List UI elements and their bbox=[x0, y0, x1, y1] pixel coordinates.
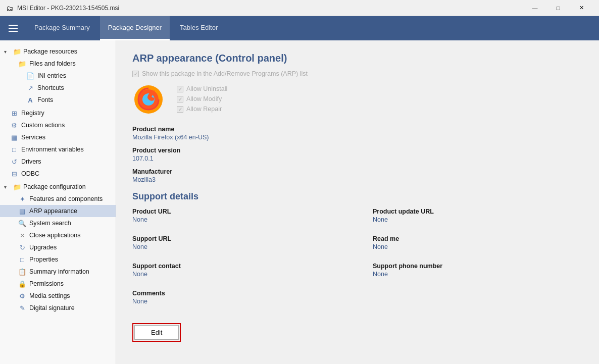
folder-icon: 📁 bbox=[13, 47, 21, 56]
sidebar-item-system-search[interactable]: 🔍 System search bbox=[0, 217, 116, 229]
product-name-section: Product name Mozilla Firefox (x64 en-US) bbox=[132, 126, 583, 141]
close-button[interactable]: ✕ bbox=[570, 0, 593, 16]
product-url-label: Product URL bbox=[132, 208, 342, 215]
sidebar-item-permissions[interactable]: 🔒 Permissions bbox=[0, 278, 116, 290]
main-layout: ▾ 📁 Package resources 📁 Files and folder… bbox=[0, 40, 599, 364]
sidebar-item-custom-actions[interactable]: ⚙ Custom actions bbox=[0, 119, 116, 131]
arp-icon: ▤ bbox=[18, 207, 26, 215]
fonts-icon: A bbox=[26, 96, 34, 104]
hamburger-menu[interactable] bbox=[4, 19, 22, 37]
product-version-section: Product version 107.0.1 bbox=[132, 147, 583, 162]
manufacturer-label: Manufacturer bbox=[132, 168, 583, 175]
sidebar-item-shortcuts[interactable]: ↗ Shortcuts bbox=[0, 82, 116, 94]
sidebar: ▾ 📁 Package resources 📁 Files and folder… bbox=[0, 40, 116, 364]
product-version-label: Product version bbox=[132, 147, 583, 154]
manufacturer-section: Manufacturer Mozilla3 bbox=[132, 168, 583, 183]
product-name-value: Mozilla Firefox (x64 en-US) bbox=[132, 134, 583, 141]
product-url-value: None bbox=[132, 216, 342, 223]
drivers-icon: ↺ bbox=[10, 158, 18, 166]
ini-icon: 📄 bbox=[26, 72, 34, 80]
product-name-label: Product name bbox=[132, 126, 583, 133]
allow-repair-checkbox: ✓ bbox=[177, 106, 183, 113]
support-details-title: Support details bbox=[132, 191, 583, 202]
window-controls: — □ ✕ bbox=[523, 0, 593, 16]
comments-value: None bbox=[132, 298, 342, 305]
support-contact-section: Support contact None bbox=[132, 263, 342, 278]
sidebar-section-package-configuration: ▾ 📁 Package configuration ✦ Features and… bbox=[0, 181, 116, 314]
comments-label: Comments bbox=[132, 290, 342, 297]
sidebar-item-summary-information[interactable]: 📋 Summary information bbox=[0, 266, 116, 278]
edit-button[interactable]: Edit bbox=[134, 325, 179, 340]
sidebar-item-upgrades[interactable]: ↻ Upgrades bbox=[0, 241, 116, 253]
features-icon: ✦ bbox=[18, 195, 26, 203]
show-package-row: ✓ Show this package in the Add/Remove Pr… bbox=[132, 70, 583, 77]
support-contact-value: None bbox=[132, 271, 342, 278]
tab-tables-editor[interactable]: Tables Editor bbox=[172, 16, 226, 40]
search-icon: 🔍 bbox=[18, 219, 26, 227]
read-me-section: Read me None bbox=[373, 235, 583, 250]
maximize-button[interactable]: □ bbox=[546, 0, 570, 16]
allow-uninstall-checkbox: ✓ bbox=[177, 86, 183, 92]
manufacturer-value: Mozilla3 bbox=[132, 176, 583, 183]
minimize-button[interactable]: — bbox=[523, 0, 546, 16]
tab-package-designer[interactable]: Package Designer bbox=[100, 16, 170, 40]
support-phone-value: None bbox=[373, 271, 583, 278]
sidebar-item-media-settings[interactable]: ⚙ Media settings bbox=[0, 290, 116, 302]
permissions-icon: 🔒 bbox=[18, 280, 26, 288]
sidebar-section-package-resources: ▾ 📁 Package resources 📁 Files and folder… bbox=[0, 45, 116, 106]
sidebar-item-services[interactable]: ▦ Services bbox=[0, 131, 116, 143]
sidebar-item-env-variables[interactable]: □ Environment variables bbox=[0, 143, 116, 155]
sidebar-item-features-components[interactable]: ✦ Features and components bbox=[0, 193, 116, 205]
support-phone-label: Support phone number bbox=[373, 263, 583, 270]
close-apps-icon: ✕ bbox=[18, 231, 26, 239]
support-url-value: None bbox=[132, 243, 342, 250]
read-me-label: Read me bbox=[373, 235, 583, 242]
env-icon: □ bbox=[10, 145, 18, 153]
product-update-url-value: None bbox=[373, 216, 583, 223]
sidebar-item-fonts[interactable]: A Fonts bbox=[0, 94, 116, 106]
sidebar-item-files-folders[interactable]: 📁 Files and folders bbox=[0, 58, 116, 70]
show-package-checkbox: ✓ bbox=[132, 71, 139, 77]
allow-modify-checkbox: ✓ bbox=[177, 96, 183, 102]
sidebar-item-close-applications[interactable]: ✕ Close applications bbox=[0, 229, 116, 241]
sidebar-group-package-resources[interactable]: ▾ 📁 Package resources bbox=[0, 45, 116, 58]
product-update-url-section: Product update URL None bbox=[373, 208, 583, 223]
sidebar-item-properties[interactable]: □ Properties bbox=[0, 253, 116, 266]
files-icon: 📁 bbox=[18, 60, 26, 68]
digital-sig-icon: ✎ bbox=[18, 304, 26, 312]
title-bar: 🗂 MSI Editor - PKG-230213-154505.msi — □… bbox=[0, 0, 599, 16]
custom-actions-icon: ⚙ bbox=[10, 121, 18, 129]
firefox-icon bbox=[132, 83, 165, 116]
support-url-section: Support URL None bbox=[132, 235, 342, 250]
tab-package-summary[interactable]: Package Summary bbox=[26, 16, 98, 40]
arp-main-row: ✓ Allow Uninstall ✓ Allow Modify ✓ Allow… bbox=[132, 83, 583, 116]
allow-repair-row: ✓ Allow Repair bbox=[177, 106, 227, 113]
pkg-config-icon: 📁 bbox=[13, 183, 21, 191]
summary-icon: 📋 bbox=[18, 268, 26, 276]
support-phone-section: Support phone number None bbox=[373, 263, 583, 278]
shortcut-icon: ↗ bbox=[26, 84, 34, 92]
media-icon: ⚙ bbox=[18, 292, 26, 300]
chevron-down-icon: ▾ bbox=[4, 49, 11, 55]
page-title: ARP appearance (Control panel) bbox=[132, 53, 583, 64]
content-area: ARP appearance (Control panel) ✓ Show th… bbox=[116, 40, 599, 364]
sidebar-item-odbc[interactable]: ⊟ ODBC bbox=[0, 168, 116, 180]
registry-icon: ⊞ bbox=[10, 109, 18, 117]
services-icon: ▦ bbox=[10, 133, 18, 141]
chevron-down-icon-2: ▾ bbox=[4, 184, 11, 190]
read-me-value: None bbox=[373, 243, 583, 250]
sidebar-item-arp-appearance[interactable]: ▤ ARP appearance bbox=[0, 205, 116, 217]
allow-uninstall-row: ✓ Allow Uninstall bbox=[177, 85, 227, 92]
sidebar-item-drivers[interactable]: ↺ Drivers bbox=[0, 155, 116, 168]
support-url-label: Support URL bbox=[132, 235, 342, 242]
sidebar-item-ini-entries[interactable]: 📄 INI entries bbox=[0, 70, 116, 82]
sidebar-item-digital-signature[interactable]: ✎ Digital signature bbox=[0, 302, 116, 314]
support-details-grid: Product URL None Product update URL None… bbox=[132, 208, 583, 311]
upgrades-icon: ↻ bbox=[18, 243, 26, 251]
sidebar-item-registry[interactable]: ⊞ Registry bbox=[0, 107, 116, 119]
comments-section: Comments None bbox=[132, 290, 342, 305]
app-icon: 🗂 bbox=[6, 4, 13, 12]
product-update-url-label: Product update URL bbox=[373, 208, 583, 215]
sidebar-group-package-configuration[interactable]: ▾ 📁 Package configuration bbox=[0, 181, 116, 193]
edit-button-highlight: Edit bbox=[132, 323, 181, 342]
